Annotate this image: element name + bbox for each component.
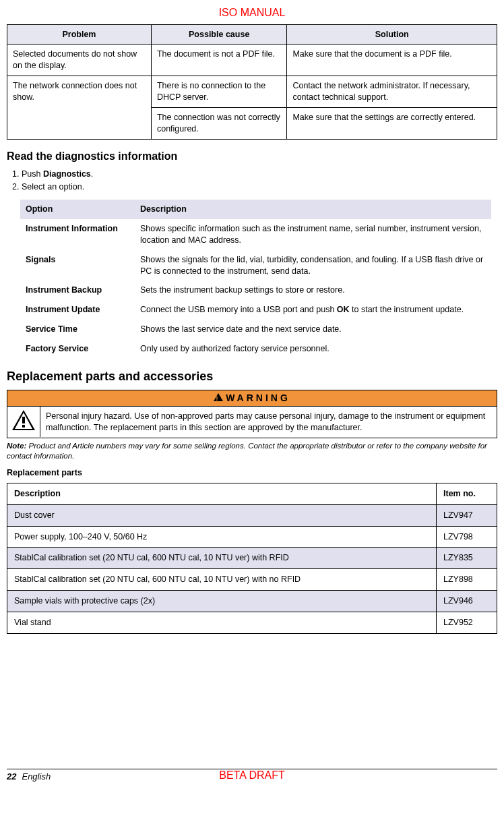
warning-text: Personal injury hazard. Use of non-appro… xyxy=(40,407,497,438)
cell: LZV798 xyxy=(437,526,497,548)
col-cause: Possible cause xyxy=(151,24,286,45)
cell: Only used by authorized factory service … xyxy=(135,339,491,359)
svg-rect-5 xyxy=(22,425,25,428)
replacement-heading: Replacement parts and accessories xyxy=(7,368,497,384)
ok-button-ref: OK xyxy=(337,305,350,314)
step-1: Push Diagnostics. xyxy=(22,169,497,180)
note-body: Product and Article numbers may vary for… xyxy=(7,442,487,461)
diagnostics-options-table: Option Description Instrument Informatio… xyxy=(20,200,491,359)
diagnostics-menu: Diagnostics xyxy=(43,169,91,179)
cell: Instrument Backup xyxy=(20,281,135,300)
cell: StablCal calibration set (20 NTU cal, 60… xyxy=(7,548,437,569)
warning-label: WARNING xyxy=(226,392,290,405)
replacement-parts-table: Description Item no. Dust cover LZV947 P… xyxy=(7,483,497,634)
cell: There is no connection to the DHCP serve… xyxy=(151,76,286,108)
table-row: StablCal calibration set (20 NTU cal, 60… xyxy=(7,569,497,591)
cell: Shows the signals for the lid, vial, tur… xyxy=(135,250,491,281)
step-2: Select an option. xyxy=(22,181,497,193)
table-row: Instrument Backup Sets the instrument ba… xyxy=(20,281,491,300)
cell: Instrument Information xyxy=(20,219,135,250)
cell: Dust cover xyxy=(7,504,437,526)
table-row: The network connection does not show. Th… xyxy=(7,76,497,108)
cell: LZV947 xyxy=(437,504,497,526)
note-label: Note: xyxy=(7,442,26,450)
note: Note: Product and Article numbers may va… xyxy=(7,441,497,462)
cell: Make sure that the settings are correctl… xyxy=(287,107,497,139)
troubleshooting-table: Problem Possible cause Solution Selected… xyxy=(7,24,497,140)
cell: Make sure that the document is a PDF fil… xyxy=(287,45,497,76)
cell: LZY898 xyxy=(437,569,497,591)
warning-box: ! WARNING Personal injury hazard. Use of… xyxy=(7,390,497,438)
cell: Selected documents do not show on the di… xyxy=(7,45,152,76)
cell: Vial stand xyxy=(7,612,437,634)
cell: The document is not a PDF file. xyxy=(151,45,286,76)
beta-draft-label: BETA DRAFT xyxy=(219,768,285,783)
col-item-no: Item no. xyxy=(437,483,497,504)
cell: Factory Service xyxy=(20,339,135,359)
page-footer: 22 English BETA DRAFT xyxy=(7,769,497,783)
col-description: Description xyxy=(135,200,491,219)
svg-text:!: ! xyxy=(216,395,221,401)
table-row: StablCal calibration set (20 NTU cal, 60… xyxy=(7,548,497,569)
cell: LZV946 xyxy=(437,591,497,612)
table-row: Instrument Information Shows specific in… xyxy=(20,219,491,250)
cell: The network connection does not show. xyxy=(7,76,152,140)
cell: Shows the last service date and the next… xyxy=(135,320,491,339)
table-row: Power supply, 100–240 V, 50/60 Hz LZV798 xyxy=(7,526,497,548)
cell: LZV952 xyxy=(437,612,497,634)
language-label: English xyxy=(22,771,51,783)
replacement-parts-subheading: Replacement parts xyxy=(7,467,497,479)
svg-rect-4 xyxy=(22,417,25,423)
warning-hazard-icon xyxy=(7,407,40,437)
table-row: Dust cover LZV947 xyxy=(7,504,497,526)
col-option: Option xyxy=(20,200,135,219)
cell: Signals xyxy=(20,250,135,281)
table-row: Vial stand LZV952 xyxy=(7,612,497,634)
cell: Connect the USB memory into a USB port a… xyxy=(135,300,491,320)
cell: Sample vials with protective caps (2x) xyxy=(7,591,437,612)
warning-header: ! WARNING xyxy=(7,390,497,407)
cell: Sets the instrument backup settings to s… xyxy=(135,281,491,300)
table-row: Service Time Shows the last service date… xyxy=(20,320,491,339)
header-title: ISO MANUAL xyxy=(7,5,497,20)
table-row: Factory Service Only used by authorized … xyxy=(20,339,491,359)
table-row: Signals Shows the signals for the lid, v… xyxy=(20,250,491,281)
table-row: Instrument Update Connect the USB memory… xyxy=(20,300,491,320)
diagnostics-heading: Read the diagnostics information xyxy=(7,149,497,164)
table-row: Selected documents do not show on the di… xyxy=(7,45,497,76)
warning-triangle-icon: ! xyxy=(214,392,223,405)
table-row: Sample vials with protective caps (2x) L… xyxy=(7,591,497,612)
cell: StablCal calibration set (20 NTU cal, 60… xyxy=(7,569,437,591)
cell: LZY835 xyxy=(437,548,497,569)
cell: Contact the network administrator. If ne… xyxy=(287,76,497,108)
cell: Shows specific information such as the i… xyxy=(135,219,491,250)
col-problem: Problem xyxy=(7,24,152,45)
col-solution: Solution xyxy=(287,24,497,45)
cell: The connection was not correctly configu… xyxy=(151,107,286,139)
cell: Service Time xyxy=(20,320,135,339)
cell: Power supply, 100–240 V, 50/60 Hz xyxy=(7,526,437,548)
col-description: Description xyxy=(7,483,437,504)
diagnostics-steps: Push Diagnostics. Select an option. xyxy=(7,169,497,193)
page-number: 22 xyxy=(7,771,16,783)
cell: Instrument Update xyxy=(20,300,135,320)
